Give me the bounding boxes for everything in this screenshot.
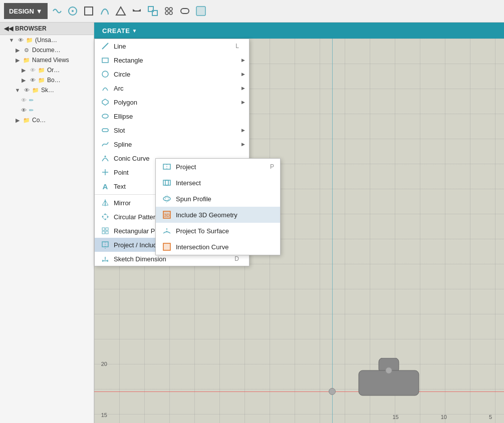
svg-point-20 — [102, 71, 108, 77]
design-arrow-icon: ▼ — [36, 8, 43, 15]
line-icon — [101, 42, 110, 51]
menu-item-spline[interactable]: Spline — [95, 137, 249, 151]
circular-pattern-icon — [101, 212, 110, 221]
browser-panel: ◀◀ BROWSER ▼ 👁 📁 (Unsa… ▶ ⚙ Docume… ▶ 📁 … — [0, 23, 94, 423]
horizontal-axis-line — [94, 391, 504, 392]
vertical-axis-line — [332, 39, 333, 423]
menu-item-polygon[interactable]: Polygon — [95, 95, 249, 109]
browser-item-named-label: Named Views — [32, 57, 69, 64]
svg-point-10 — [169, 8, 172, 11]
axis-circle — [329, 388, 336, 395]
menu-item-circle[interactable]: Circle — [95, 67, 249, 81]
eye-icon-4[interactable]: 👁 — [23, 87, 30, 94]
submenu-item-project[interactable]: Project P — [156, 159, 280, 175]
browser-item-construction[interactable]: ▶ 📁 Co… — [0, 115, 94, 125]
svg-rect-13 — [181, 9, 189, 14]
svg-rect-23 — [102, 129, 108, 132]
toolbar-icon-8[interactable] — [162, 4, 176, 18]
scale-num-b5: 5 — [489, 414, 494, 420]
browser-item-origin[interactable]: ▶ 👁 📁 Or… — [0, 65, 94, 75]
toolbar-icon-5[interactable] — [114, 4, 128, 18]
sketch-edit-icon: ✏ — [29, 97, 34, 104]
svg-point-33 — [105, 219, 106, 220]
menu-item-sketch-dimension-label: Sketch Dimension — [114, 255, 166, 263]
menu-item-ellipse[interactable]: Ellipse — [95, 109, 249, 123]
expand-arrow-icon-2: ▶ — [14, 47, 21, 54]
submenu-item-project-to-surface[interactable]: Project To Surface — [156, 223, 280, 239]
toolbar-icon-4[interactable] — [98, 4, 112, 18]
ellipse-icon — [101, 112, 110, 121]
submenu-item-include-3d[interactable]: 3D Include 3D Geometry — [156, 207, 280, 223]
svg-marker-24 — [104, 155, 106, 157]
browser-item-sketch2[interactable]: 👁 ✏ — [0, 105, 94, 115]
menu-item-rectangle[interactable]: Rectangle — [95, 53, 249, 67]
toolbar-icon-7[interactable] — [146, 4, 160, 18]
expand-arrow-icon-5: ▶ — [20, 77, 27, 84]
browser-title: BROWSER — [15, 25, 47, 32]
browser-item-sketches[interactable]: ▼ 👁 📁 Sk… — [0, 85, 94, 95]
create-bar[interactable]: CREATE ▼ — [94, 23, 504, 39]
rectangle-icon — [101, 56, 110, 65]
svg-rect-36 — [106, 228, 108, 230]
design-button[interactable]: DESIGN ▼ — [4, 3, 48, 19]
toolbar-icon-6[interactable] — [130, 4, 144, 18]
svg-rect-14 — [196, 7, 205, 16]
submenu-item-spun-label: Spun Profile — [176, 195, 211, 203]
toolbar-icon-1[interactable] — [50, 4, 64, 18]
scale-bottom: 15 10 5 — [109, 410, 504, 423]
svg-point-34 — [102, 216, 104, 218]
submenu-item-intersection-curve[interactable]: Intersection Curve — [156, 239, 280, 255]
submenu-item-spun-profile[interactable]: Spun Profile — [156, 191, 280, 207]
point-icon — [101, 168, 110, 177]
menu-item-circular-label: Circular Pattern — [114, 213, 159, 221]
menu-item-text-label: Text — [114, 183, 126, 190]
folder-icon-5: 📁 — [32, 87, 39, 94]
toolbar-icon-2[interactable] — [66, 4, 80, 18]
submenu-item-intersect[interactable]: Intersect — [156, 175, 280, 191]
svg-point-49 — [163, 197, 170, 201]
svg-rect-54 — [163, 243, 170, 250]
browser-item-named[interactable]: ▶ 📁 Named Views — [0, 55, 94, 65]
eye-icon-5[interactable]: 👁 — [20, 97, 27, 104]
toolbar-icon-10[interactable] — [194, 4, 208, 18]
svg-point-11 — [165, 12, 168, 15]
submenu-item-project-surf-label: Project To Surface — [176, 227, 229, 235]
menu-item-slot-label: Slot — [114, 127, 125, 134]
sketch-edit-icon-2: ✏ — [29, 107, 34, 114]
browser-collapse-icon[interactable]: ◀◀ — [4, 25, 13, 32]
eye-icon[interactable]: 👁 — [17, 37, 24, 44]
browser-item-document[interactable]: ▶ ⚙ Docume… — [0, 45, 94, 55]
svg-point-31 — [105, 214, 106, 215]
circle-icon — [101, 70, 110, 79]
menu-item-line[interactable]: Line L — [95, 39, 249, 53]
expand-arrow-icon: ▼ — [8, 37, 15, 44]
menu-item-polygon-label: Polygon — [114, 99, 137, 106]
project-to-surface-icon — [162, 226, 172, 236]
menu-item-arc[interactable]: Arc — [95, 81, 249, 95]
sketch-dimension-icon — [101, 254, 110, 263]
expand-arrow-icon-7: ▶ — [14, 117, 21, 124]
browser-item-unsaved[interactable]: ▼ 👁 📁 (Unsa… — [0, 35, 94, 45]
browser-item-label-4: Bo… — [47, 77, 61, 84]
project-submenu-icon — [162, 162, 172, 172]
menu-item-point-label: Point — [114, 169, 129, 176]
polygon-icon — [101, 98, 110, 107]
project-include-icon — [101, 240, 110, 249]
svg-marker-3 — [116, 7, 125, 15]
eye-icon-3[interactable]: 👁 — [29, 77, 36, 84]
menu-item-mirror-label: Mirror — [114, 199, 131, 207]
intersect-submenu-icon — [162, 178, 172, 188]
gear-icon[interactable]: ⚙ — [23, 47, 30, 54]
svg-rect-35 — [102, 228, 105, 230]
svg-rect-47 — [163, 180, 168, 185]
toolbar-icon-9[interactable] — [178, 4, 192, 18]
eye-icon-6[interactable]: 👁 — [20, 107, 27, 114]
eye-icon-2[interactable]: 👁 — [29, 67, 36, 74]
menu-item-slot[interactable]: Slot — [95, 123, 249, 137]
tool-shape — [349, 358, 429, 408]
menu-shortcut-dimension: D — [234, 255, 239, 262]
toolbar-icon-3[interactable] — [82, 4, 96, 18]
browser-item-sketch1[interactable]: 👁 ✏ — [0, 95, 94, 105]
submenu-item-intersection-label: Intersection Curve — [176, 243, 229, 251]
browser-item-bodies[interactable]: ▶ 👁 📁 Bo… — [0, 75, 94, 85]
